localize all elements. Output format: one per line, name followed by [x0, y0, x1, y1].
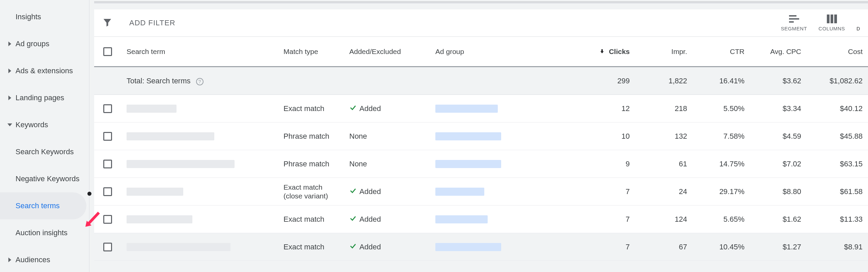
- col-impr[interactable]: Impr.: [635, 48, 693, 56]
- added-excluded-cell: None: [344, 132, 430, 141]
- search-term-cell[interactable]: [121, 160, 278, 168]
- col-cost[interactable]: Cost: [807, 48, 868, 56]
- clicks-cell: 7: [578, 187, 635, 196]
- ad-group-cell[interactable]: [430, 160, 578, 168]
- search-term-cell[interactable]: [121, 215, 278, 223]
- cost-cell: $63.15: [807, 160, 868, 168]
- match-type-cell: Exact match (close variant): [278, 183, 344, 200]
- svg-rect-5: [834, 15, 837, 23]
- row-checkbox[interactable]: [103, 243, 112, 251]
- impr-cell: 124: [635, 215, 693, 224]
- table-row: Exact matchAdded76710.45%$1.27$8.91: [94, 233, 868, 261]
- total-label-cell: Total: Search terms ?: [121, 77, 278, 85]
- add-filter-button[interactable]: ADD FILTER: [129, 19, 175, 27]
- added-excluded-cell: None: [344, 160, 430, 168]
- sidebar-item-label: Search Keywords: [16, 147, 74, 156]
- sidebar-item-keywords[interactable]: Keywords: [0, 111, 86, 138]
- decorative-dot: [87, 192, 91, 196]
- match-type-cell: Exact match: [278, 243, 344, 251]
- ad-group-cell[interactable]: [430, 132, 578, 140]
- filter-bar: ADD FILTER SEGMENT: [94, 9, 868, 36]
- total-avg-cpc: $3.62: [750, 77, 807, 85]
- avg_cpc-cell: $8.80: [750, 187, 807, 196]
- truncated-button-label[interactable]: D: [857, 26, 860, 31]
- search-term-cell[interactable]: [121, 243, 278, 251]
- ctr-cell: 10.45%: [693, 243, 750, 251]
- checkmark-icon: [349, 104, 357, 113]
- sidebar-item-label: Search terms: [16, 201, 60, 210]
- columns-label: COLUMNS: [818, 26, 845, 31]
- row-checkbox[interactable]: [103, 187, 112, 196]
- redacted-text: [127, 132, 214, 140]
- row-checkbox[interactable]: [103, 160, 112, 168]
- help-icon[interactable]: ?: [196, 78, 204, 85]
- redacted-text: [127, 105, 177, 113]
- chevron-right-icon: [7, 255, 16, 264]
- columns-button[interactable]: COLUMNS: [818, 15, 845, 31]
- redacted-link: [435, 132, 501, 140]
- table-header-row: Search term Match type Added/Excluded Ad…: [94, 37, 868, 67]
- added-excluded-cell: Added: [344, 104, 430, 113]
- segment-label: SEGMENT: [781, 26, 807, 31]
- sidebar-item-auction-insights[interactable]: Auction insights: [0, 219, 86, 246]
- col-clicks-label: Clicks: [609, 48, 630, 55]
- col-search-term[interactable]: Search term: [121, 48, 278, 56]
- checkmark-icon: [349, 187, 357, 196]
- col-ad-group[interactable]: Ad group: [430, 48, 578, 56]
- redacted-link: [435, 215, 488, 223]
- impr-cell: 61: [635, 160, 693, 168]
- total-clicks: 299: [578, 77, 635, 85]
- filter-icon[interactable]: [102, 17, 112, 28]
- added-label: Added: [359, 187, 381, 196]
- added-label: Added: [359, 215, 381, 224]
- sidebar-item-search-terms[interactable]: Search terms: [0, 192, 86, 219]
- col-avg-cpc[interactable]: Avg. CPC: [750, 48, 807, 56]
- cost-cell: $11.33: [807, 215, 868, 224]
- svg-rect-4: [831, 15, 833, 23]
- col-match-type[interactable]: Match type: [278, 48, 344, 56]
- total-cost: $1,082.62: [807, 77, 868, 85]
- ad-group-cell[interactable]: [430, 215, 578, 223]
- ad-group-cell[interactable]: [430, 188, 578, 196]
- ad-group-cell[interactable]: [430, 105, 578, 113]
- chevron-down-icon: [7, 120, 16, 129]
- added-label: Added: [359, 243, 381, 251]
- table-row: Exact matchAdded122185.50%$3.34$40.12: [94, 95, 868, 123]
- sidebar-item-insights[interactable]: Insights: [0, 3, 86, 30]
- redacted-link: [435, 243, 501, 251]
- col-added-excluded[interactable]: Added/Excluded: [344, 48, 430, 56]
- cost-cell: $45.88: [807, 132, 868, 141]
- table-row: Exact matchAdded71245.65%$1.62$11.33: [94, 206, 868, 233]
- sidebar-item-negative-keywords[interactable]: Negative Keywords: [0, 165, 86, 192]
- added-excluded-cell: Added: [344, 187, 430, 196]
- svg-rect-3: [827, 15, 830, 23]
- row-checkbox[interactable]: [103, 132, 112, 141]
- sidebar-item-landing-pages[interactable]: Landing pages: [0, 84, 86, 111]
- row-checkbox[interactable]: [103, 104, 112, 113]
- search-term-cell[interactable]: [121, 105, 278, 113]
- chevron-right-icon: [7, 39, 16, 48]
- segment-button[interactable]: SEGMENT: [781, 15, 807, 31]
- sidebar-item-ads-extensions[interactable]: Ads & extensions: [0, 57, 86, 84]
- sidebar-item-audiences[interactable]: Audiences: [0, 246, 86, 272]
- clicks-cell: 9: [578, 160, 635, 168]
- sidebar-item-search-keywords[interactable]: Search Keywords: [0, 138, 86, 165]
- sidebar-item-ad-groups[interactable]: Ad groups: [0, 30, 86, 57]
- col-ctr[interactable]: CTR: [693, 48, 750, 56]
- added-excluded-cell: Added: [344, 242, 430, 252]
- col-clicks[interactable]: Clicks: [578, 48, 635, 56]
- search-term-cell[interactable]: [121, 188, 278, 196]
- row-checkbox[interactable]: [103, 215, 112, 224]
- search-term-cell[interactable]: [121, 132, 278, 140]
- ad-group-cell[interactable]: [430, 243, 578, 251]
- ctr-cell: 5.50%: [693, 104, 750, 113]
- avg_cpc-cell: $3.34: [750, 104, 807, 113]
- ctr-cell: 7.58%: [693, 132, 750, 141]
- ctr-cell: 29.17%: [693, 187, 750, 196]
- sidebar-item-label: Audiences: [16, 255, 50, 264]
- cost-cell: $40.12: [807, 104, 868, 113]
- sidebar-item-label: Ad groups: [16, 39, 49, 48]
- added-label: Added: [359, 104, 381, 113]
- select-all-checkbox[interactable]: [103, 47, 112, 56]
- svg-rect-1: [789, 18, 799, 20]
